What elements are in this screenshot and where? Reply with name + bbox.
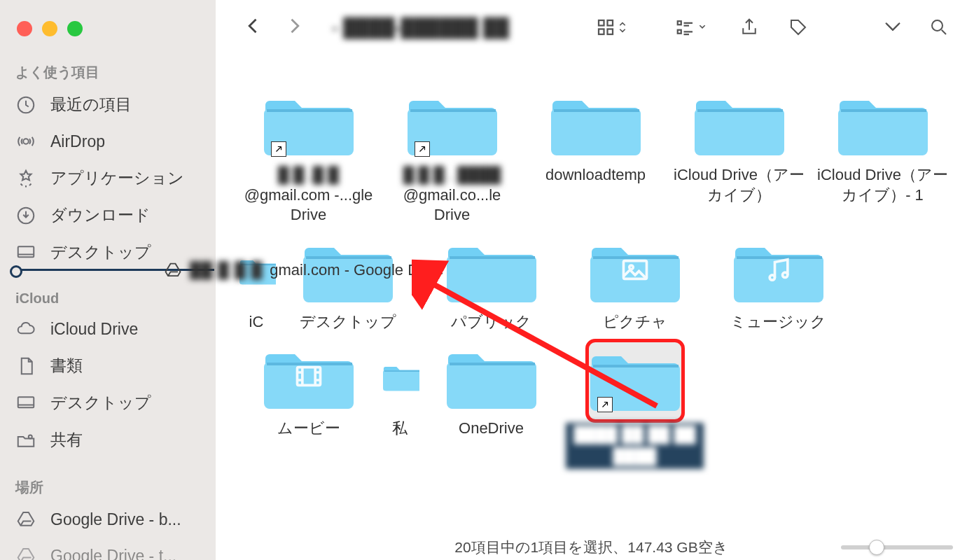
svg-rect-10 — [607, 29, 613, 35]
google-drive-icon — [15, 509, 36, 530]
folder-label: iCloud Drive（アーカイブ） — [667, 165, 811, 205]
folder-icon — [734, 235, 823, 305]
folder-icon — [695, 88, 784, 158]
folder-icon — [264, 88, 354, 158]
folder-item[interactable]: iCloud Drive（アーカイブ） — [667, 85, 811, 225]
svg-rect-5 — [18, 397, 34, 407]
sidebar-item-label: ダウンロード — [50, 204, 151, 226]
folder-label: ピクチャ — [563, 312, 707, 332]
folder-item[interactable]: ムービー — [237, 339, 380, 469]
minimize-window-button[interactable] — [42, 21, 57, 36]
forward-button[interactable] — [284, 13, 304, 41]
folder-icon — [264, 342, 354, 412]
svg-point-13 — [932, 20, 942, 31]
status-text: 20項目中の1項目を選択、147.43 GB空き — [454, 538, 728, 557]
dragged-label-suffix: gmail.com - Google Drive — [270, 261, 443, 279]
svg-rect-8 — [607, 20, 613, 26]
svg-rect-9 — [599, 29, 604, 35]
sidebar-item-label: 書類 — [50, 355, 83, 377]
folder-item[interactable]: iC — [237, 232, 276, 332]
sidebar-item-label: Google Drive - t... — [50, 547, 176, 561]
tags-button[interactable] — [784, 13, 812, 41]
svg-point-17 — [782, 272, 787, 277]
svg-rect-11 — [678, 21, 681, 24]
sidebar-item-recents[interactable]: 最近の項目 — [0, 86, 216, 123]
dragged-label-blurred: ██ █ █ █ — [190, 261, 263, 279]
sidebar-item-label: 最近の項目 — [50, 94, 132, 115]
svg-rect-18 — [297, 368, 320, 386]
folder-item[interactable]: downloadtemp — [524, 85, 667, 225]
status-bar: 20項目中の1項目を選択、147.43 GB空き — [216, 535, 967, 560]
folder-item[interactable]: デスクトップ — [276, 232, 419, 332]
folder-label: ████ ██ ██ ██ ████ — [563, 423, 707, 469]
shared-folder-icon — [15, 430, 36, 451]
folder-label: █ █ .█ █ @gmail.com -...gle Drive — [237, 165, 380, 225]
apps-icon — [15, 168, 36, 189]
sidebar-item-downloads[interactable]: ダウンロード — [0, 197, 216, 234]
folder-label: █ █ █ . ████ @gmail.co...le Drive — [380, 165, 524, 225]
alias-badge-icon — [597, 397, 613, 412]
sidebar-section-favorites: よく使う項目 — [0, 36, 216, 86]
sidebar-item-label: アプリケーション — [50, 167, 184, 189]
back-button[interactable] — [244, 13, 263, 41]
group-button[interactable] — [675, 17, 707, 38]
folder-item[interactable]: █ █ █ . ████ @gmail.co...le Drive — [380, 85, 524, 225]
dragged-sidebar-item: ██ █ █ █ gmail.com - Google Drive — [13, 258, 489, 282]
folder-label: iCloud Drive（アーカイブ）- 1 — [811, 165, 954, 205]
alias-badge-icon — [271, 141, 286, 157]
airdrop-icon — [15, 131, 36, 152]
folder-item[interactable]: ピクチャ — [563, 232, 707, 332]
zoom-slider-thumb[interactable] — [869, 540, 884, 555]
folder-item[interactable]: ミュージック — [707, 232, 850, 332]
doc-icon — [15, 356, 36, 377]
close-window-button[interactable] — [17, 21, 32, 36]
folder-label: iC — [237, 312, 276, 332]
folder-icon — [838, 88, 928, 158]
svg-rect-7 — [599, 20, 604, 26]
google-drive-icon — [15, 545, 36, 560]
window-title: - ████-██████ ██ — [332, 17, 509, 38]
folder-icon — [447, 342, 536, 412]
folder-item[interactable]: OneDrive — [419, 339, 563, 469]
sidebar-item-airdrop[interactable]: AirDrop — [0, 123, 216, 160]
sidebar-item-label: iCloud Drive — [50, 320, 138, 339]
folder-item[interactable]: █ █ .█ █ @gmail.com -...gle Drive — [237, 85, 380, 225]
folder-label: downloadtemp — [524, 165, 667, 186]
picture-icon — [620, 254, 651, 285]
svg-point-2 — [23, 139, 29, 144]
svg-point-6 — [29, 435, 32, 438]
sidebar-item-gdrive-2[interactable]: Google Drive - t... — [0, 538, 216, 560]
alias-badge-icon — [415, 141, 430, 157]
folder-icon — [590, 344, 680, 414]
sidebar-item-desktop-icloud[interactable]: デスクトップ — [0, 384, 216, 421]
sidebar-item-label: デスクトップ — [50, 392, 151, 414]
cloud-icon — [15, 318, 36, 340]
folder-item[interactable]: iCloud Drive（アーカイブ）- 1 — [811, 85, 954, 225]
sidebar-item-gdrive-1[interactable]: Google Drive - b... — [0, 501, 216, 538]
sidebar-item-label: AirDrop — [50, 132, 105, 151]
folder-label: デスクトップ — [276, 312, 419, 332]
folder-label: パブリック — [419, 312, 563, 332]
search-button[interactable] — [925, 13, 953, 41]
share-button[interactable] — [735, 13, 763, 41]
folder-item-selected[interactable]: ████ ██ ██ ██ ████ — [563, 339, 707, 469]
google-drive-icon — [163, 260, 183, 280]
sidebar-item-applications[interactable]: アプリケーション — [0, 160, 216, 197]
folder-label: ムービー — [237, 419, 380, 439]
sidebar-item-icloud-drive[interactable]: iCloud Drive — [0, 311, 216, 347]
sidebar-item-documents[interactable]: 書類 — [0, 347, 216, 384]
folder-label: OneDrive — [419, 419, 563, 439]
folder-item[interactable]: パブリック — [419, 232, 563, 332]
folder-icon — [590, 235, 680, 305]
zoom-slider[interactable] — [841, 545, 953, 550]
view-mode-button[interactable] — [595, 17, 627, 38]
folder-icon — [383, 342, 419, 412]
desktop-icon — [15, 393, 36, 414]
icon-grid[interactable]: █ █ .█ █ @gmail.com -...gle Drive █ █ █ … — [216, 55, 967, 535]
more-button[interactable] — [879, 13, 907, 41]
movie-icon — [293, 361, 324, 392]
sidebar-item-shared[interactable]: 共有 — [0, 421, 216, 458]
folder-item[interactable]: 私 — [380, 339, 419, 469]
sidebar-item-label: 共有 — [50, 429, 83, 451]
zoom-window-button[interactable] — [67, 21, 83, 36]
